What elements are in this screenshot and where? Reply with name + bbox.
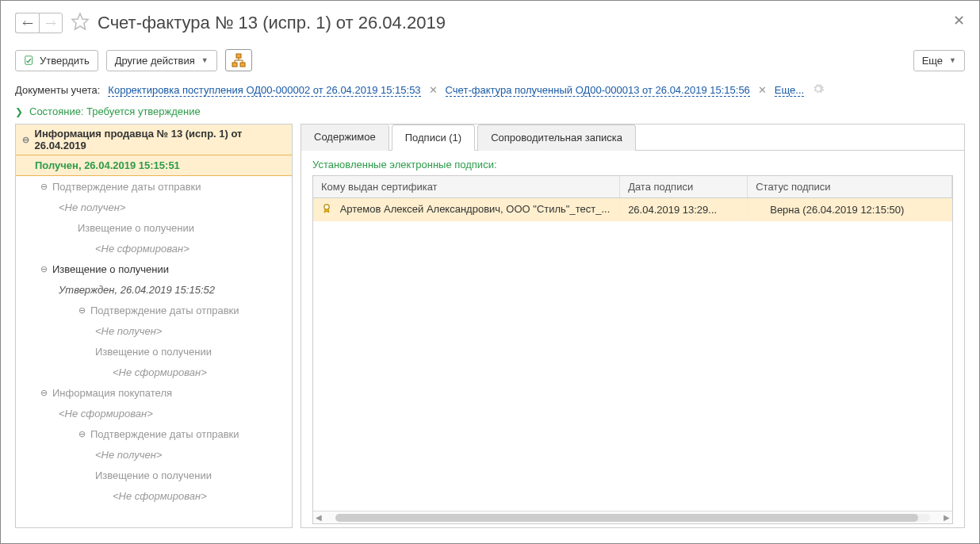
cell-date: 26.04.2019 13:29... [620,198,748,222]
tab-signatures[interactable]: Подписи (1) [392,125,475,151]
tree-header-row[interactable]: ⊖ Информация продавца № 13 (испр. 1) от … [16,125,292,155]
tree-item-label: Извещение о получении [52,263,169,275]
signatures-table-wrap: Кому выдан сертификат Дата подписи Стату… [312,175,953,524]
tree-status-label: Получен, 26.04.2019 15:15:51 [35,159,180,171]
tree-item[interactable]: ⊖ Информация покупателя [16,382,292,403]
star-icon[interactable] [71,12,90,33]
scroll-right-icon[interactable]: ▶ [941,513,952,522]
table-row[interactable]: Артемов Алексей Александрович, ООО "Стил… [313,198,952,222]
tab-body: Установленные электронные подписи: Кому … [301,151,964,527]
tree-item-label: Подтверждение даты отправки [90,428,239,440]
tree-item[interactable]: ⊖ Подтверждение даты отправки [16,176,292,197]
tree-item-label: Информация покупателя [52,387,172,399]
collapse-icon[interactable]: ⊖ [40,388,48,398]
tree-item[interactable]: Извещение о получении [16,217,292,238]
docs-more-link[interactable]: Еще... [775,84,804,97]
state-line[interactable]: ❯ Состояние: Требуется утверждение [15,105,965,117]
tree-item-label: Извещение о получении [95,469,212,481]
remove-doc-2[interactable]: ✕ [758,84,767,96]
documents-line: Документы учета: Корректировка поступлен… [15,82,965,98]
chevron-right-icon: ❯ [15,106,23,117]
tree-item-status: <Не сформирован> [16,362,292,382]
collapse-icon[interactable]: ⊖ [22,135,30,145]
toolbar: Утвердить Другие действия ▼ Еще ▼ [15,49,965,71]
tree-pane: ⊖ Информация продавца № 13 (испр. 1) от … [15,124,293,528]
nav-back-button[interactable]: 🡐 [15,13,39,33]
tree-item-label: Подтверждение даты отправки [52,181,201,193]
other-actions-button[interactable]: Другие действия ▼ [106,50,217,71]
svg-rect-3 [232,63,237,67]
caret-down-icon: ▼ [201,56,209,64]
svg-marker-0 [72,13,88,29]
tree-item-label: Извещение о получении [95,346,212,358]
tree-item[interactable]: Извещение о получении [16,341,292,362]
structure-icon [232,53,246,67]
tree-item[interactable]: Извещение о получении [16,465,292,485]
cell-cert: Артемов Алексей Александрович, ООО "Стил… [313,198,620,222]
approve-icon [24,55,35,66]
tree-item-label: Извещение о получении [78,222,194,234]
structure-button[interactable] [225,49,252,71]
approve-label: Утвердить [40,55,90,67]
other-actions-label: Другие действия [115,55,195,67]
tree-item-status: <Не получен> [16,197,292,217]
tree-item-label: Подтверждение даты отправки [90,305,239,316]
signatures-caption: Установленные электронные подписи: [312,159,953,170]
tree-item-status: <Не получен> [16,444,292,465]
more-button[interactable]: Еще ▼ [913,50,965,71]
svg-rect-4 [240,63,245,67]
tree-item-status: <Не получен> [16,320,292,341]
state-text: Состояние: Требуется утверждение [29,105,201,117]
remove-doc-1[interactable]: ✕ [429,84,438,96]
tree-item-status: Утвержден, 26.04.2019 15:15:52 [16,279,292,300]
approve-button[interactable]: Утвердить [15,50,98,71]
scroll-left-icon[interactable]: ◀ [313,513,324,522]
svg-rect-1 [25,56,33,65]
collapse-icon[interactable]: ⊖ [40,264,48,274]
close-icon: ✕ [953,13,965,29]
nav-buttons: 🡐 🡒 [15,13,63,33]
arrow-left-icon: 🡐 [22,17,33,29]
col-cert[interactable]: Кому выдан сертификат [313,176,620,198]
titlebar: 🡐 🡒 Счет-фактура № 13 (испр. 1) от 26.04… [15,12,965,33]
col-status[interactable]: Статус подписи [748,176,952,198]
close-button[interactable]: ✕ [953,12,965,29]
col-date[interactable]: Дата подписи [620,176,748,198]
tree-item-status: <Не сформирован> [16,238,292,259]
collapse-icon[interactable]: ⊖ [78,305,86,316]
caret-down-icon: ▼ [949,56,956,64]
doc-link-1[interactable]: Корректировка поступления ОД00-000002 от… [108,84,420,97]
svg-rect-2 [236,54,241,58]
more-label: Еще [922,55,943,67]
tabs: Содержимое Подписи (1) Сопроводительная … [301,125,964,151]
arrow-right-icon: 🡒 [45,17,56,29]
nav-forward-button[interactable]: 🡒 [39,13,63,33]
tab-content[interactable]: Содержимое [301,125,389,151]
signatures-table: Кому выдан сертификат Дата подписи Стату… [313,176,952,221]
documents-label: Документы учета: [15,84,100,96]
tree-item[interactable]: ⊖ Подтверждение даты отправки [16,300,292,320]
tree-item-status: <Не сформирован> [16,485,292,506]
doc-link-2[interactable]: Счет-фактура полученный ОД00-000013 от 2… [446,84,750,97]
cell-status: Верна (26.04.2019 12:15:50) [748,198,952,222]
horizontal-scrollbar[interactable]: ◀ ▶ [313,511,952,523]
detail-pane: Содержимое Подписи (1) Сопроводительная … [301,124,965,528]
tab-note[interactable]: Сопроводительная записка [477,125,636,151]
tree-item-status: <Не сформирован> [16,403,292,423]
tree-header-label: Информация продавца № 13 (испр. 1) от 26… [35,128,285,151]
tree-item[interactable]: ⊖ Извещение о получении [16,259,292,279]
certificate-icon [321,203,332,216]
tree-item[interactable]: ⊖ Подтверждение даты отправки [16,423,292,444]
tree-status-row[interactable]: Получен, 26.04.2019 15:15:51 [16,155,292,176]
svg-point-5 [324,205,329,209]
collapse-icon[interactable]: ⊖ [40,182,48,192]
page-title: Счет-фактура № 13 (испр. 1) от 26.04.201… [98,13,446,33]
gear-icon[interactable] [812,82,825,98]
collapse-icon[interactable]: ⊖ [78,429,86,439]
